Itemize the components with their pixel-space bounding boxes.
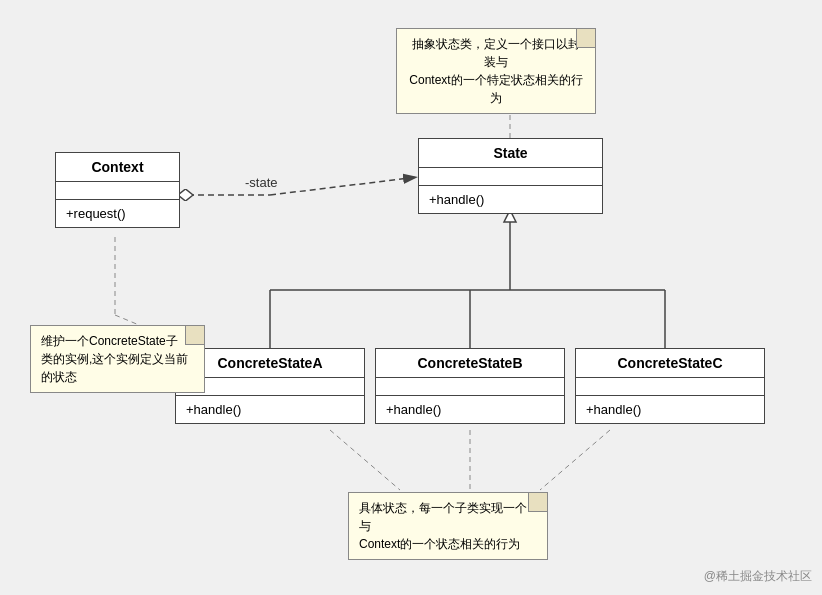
concrete-b-attr — [376, 378, 564, 396]
context-method-section: +request() — [56, 200, 179, 227]
watermark: @稀土掘金技术社区 — [704, 568, 812, 585]
concrete-c-method: +handle() — [576, 396, 764, 423]
concrete-c-attr — [576, 378, 764, 396]
context-class-name: Context — [56, 153, 179, 182]
svg-line-3 — [270, 177, 418, 195]
svg-line-12 — [540, 430, 610, 490]
concrete-b-method: +handle() — [376, 396, 564, 423]
state-class-name: State — [419, 139, 602, 168]
concrete-a-method: +handle() — [176, 396, 364, 423]
context-class: Context +request() — [55, 152, 180, 228]
diagram-container: 抽象状态类，定义一个接口以封装与Context的一个特定状态相关的行为 Cont… — [0, 0, 822, 595]
svg-line-10 — [330, 430, 400, 490]
state-method-section: +handle() — [419, 186, 602, 213]
concrete-c-name: ConcreteStateC — [576, 349, 764, 378]
state-class: State +handle() — [418, 138, 603, 214]
state-arrow-label: -state — [245, 175, 278, 190]
state-note: 抽象状态类，定义一个接口以封装与Context的一个特定状态相关的行为 — [396, 28, 596, 114]
state-attr-section — [419, 168, 602, 186]
context-note: 维护一个ConcreteState子类的实例,这个实例定义当前的状态 — [30, 325, 205, 393]
concrete-b-name: ConcreteStateB — [376, 349, 564, 378]
concrete-state-c-class: ConcreteStateC +handle() — [575, 348, 765, 424]
concrete-note: 具体状态，每一个子类实现一个与Context的一个状态相关的行为 — [348, 492, 548, 560]
concrete-state-b-class: ConcreteStateB +handle() — [375, 348, 565, 424]
context-attr-section — [56, 182, 179, 200]
